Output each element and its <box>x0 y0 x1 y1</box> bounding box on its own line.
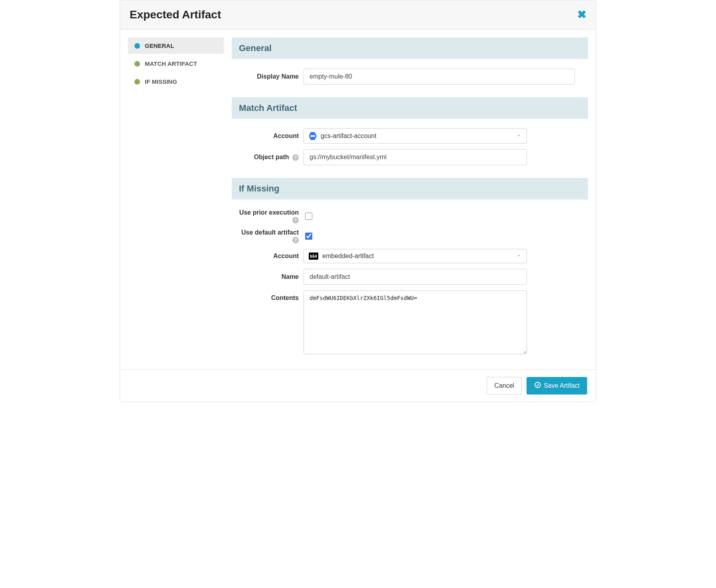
dot-icon <box>134 61 140 67</box>
default-account-value: embedded-artifact <box>322 253 374 260</box>
gcs-icon <box>309 132 317 140</box>
expected-artifact-modal: Expected Artifact ✖ GENERAL MATCH ARTIFA… <box>120 0 596 402</box>
modal-title: Expected Artifact <box>130 8 221 21</box>
label-default-account: Account <box>232 253 304 260</box>
default-account-select[interactable]: b64 embedded-artifact <box>304 249 527 263</box>
cancel-button[interactable]: Cancel <box>487 377 522 395</box>
sidebar-item-label: GENERAL <box>145 42 174 49</box>
label-default-name: Name <box>232 273 304 280</box>
sidebar-item-if-missing[interactable]: IF MISSING <box>128 73 224 90</box>
row-use-prior: Use prior execution ? <box>232 209 588 223</box>
save-artifact-button[interactable]: Save Artifact <box>527 377 587 395</box>
sidebar-item-label: MATCH ARTIFACT <box>145 60 197 67</box>
row-display-name: Display Name <box>232 69 588 85</box>
use-default-checkbox[interactable] <box>305 233 312 240</box>
label-use-default: Use default artifact ? <box>232 229 304 243</box>
section-heading-match-artifact: Match Artifact <box>232 97 588 119</box>
sidebar: GENERAL MATCH ARTIFACT IF MISSING <box>120 37 232 369</box>
sidebar-item-match-artifact[interactable]: MATCH ARTIFACT <box>128 55 224 72</box>
default-name-input[interactable] <box>304 269 527 285</box>
chevron-down-icon <box>516 133 522 140</box>
row-default-account: Account b64 embedded-artifact <box>232 249 588 263</box>
row-object-path: Object path ? <box>232 149 588 165</box>
content: General Display Name Match Artifact Acco… <box>232 37 596 369</box>
help-icon[interactable]: ? <box>292 154 299 161</box>
sidebar-item-label: IF MISSING <box>145 78 177 85</box>
modal-footer: Cancel Save Artifact <box>120 369 596 402</box>
row-default-name: Name <box>232 269 588 285</box>
match-account-value: gcs-artifact-account <box>321 132 377 140</box>
modal-body: GENERAL MATCH ARTIFACT IF MISSING Genera… <box>120 30 596 369</box>
label-object-path: Object path ? <box>232 154 304 161</box>
row-contents: Contents <box>232 290 588 356</box>
chevron-down-icon <box>516 253 522 260</box>
help-icon[interactable]: ? <box>292 237 299 243</box>
help-icon[interactable]: ? <box>292 217 299 223</box>
use-prior-checkbox[interactable] <box>305 213 312 220</box>
object-path-input[interactable] <box>304 149 527 165</box>
display-name-input[interactable] <box>304 69 575 85</box>
contents-textarea[interactable] <box>304 290 527 354</box>
label-use-prior: Use prior execution ? <box>232 209 304 223</box>
label-contents: Contents <box>232 290 304 302</box>
sidebar-item-general[interactable]: GENERAL <box>128 37 224 54</box>
b64-icon: b64 <box>309 253 318 260</box>
label-display-name: Display Name <box>232 73 304 80</box>
row-use-default: Use default artifact ? <box>232 229 588 243</box>
modal-header: Expected Artifact ✖ <box>120 0 596 30</box>
section-heading-if-missing: If Missing <box>232 178 588 199</box>
close-icon[interactable]: ✖ <box>577 9 586 20</box>
check-circle-icon <box>534 381 541 390</box>
section-heading-general: General <box>232 37 588 59</box>
dot-icon <box>134 43 140 49</box>
dot-icon <box>134 79 140 85</box>
row-match-account: Account gcs-artifact-account <box>232 128 588 144</box>
label-match-account: Account <box>232 132 304 140</box>
match-account-select[interactable]: gcs-artifact-account <box>304 128 527 144</box>
